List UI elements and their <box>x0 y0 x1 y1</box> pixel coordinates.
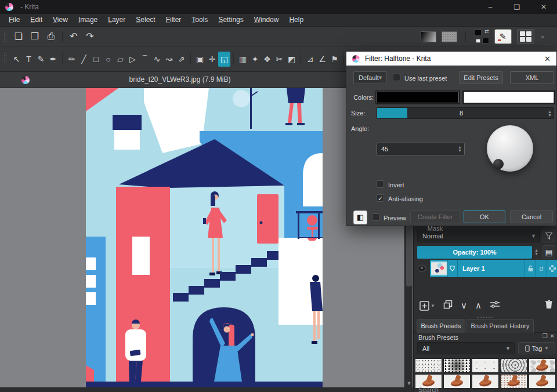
use-last-preset-checkbox[interactable] <box>393 74 400 81</box>
maximize-icon[interactable]: ❑ <box>504 0 530 14</box>
new-document-icon[interactable]: ❏ <box>10 29 27 44</box>
layer-visibility-toggle[interactable] <box>414 260 430 277</box>
text-tool[interactable]: T <box>23 52 35 67</box>
swap-colors-icon[interactable]: ⇄ <box>484 28 489 34</box>
add-layer-button[interactable]: ▼ <box>419 301 435 311</box>
foreground-color-swatch[interactable] <box>474 30 482 36</box>
tab-brush-presets[interactable]: Brush Presets <box>417 319 465 333</box>
cancel-button[interactable]: Cancel <box>510 210 553 223</box>
document-tab[interactable]: bride_t20_VLWeR3.jpg (7.9 MiB) <box>0 72 360 88</box>
ok-button[interactable]: OK <box>464 210 505 223</box>
toolbar-overflow-icon[interactable]: » <box>541 33 544 40</box>
size-spinner[interactable]: ▲▼ <box>546 108 554 119</box>
redo-icon[interactable]: ↷ <box>82 29 98 44</box>
opacity-slider[interactable]: Opacity: 100% <box>417 246 532 259</box>
dialog-close-icon[interactable]: ✕ <box>544 55 551 63</box>
preset-filter-dropdown[interactable]: All ▼ <box>417 342 515 354</box>
opacity-spinner[interactable]: ▲▼ <box>533 246 540 259</box>
multibrush-tool[interactable]: ⇗ <box>175 52 187 67</box>
preview-toggle-button[interactable]: ◧ <box>353 210 367 224</box>
angle-spinner[interactable]: ▲▼ <box>456 143 464 155</box>
bezier-curve-tool[interactable]: ⌒ <box>139 52 151 67</box>
freehand-path-tool[interactable]: ∿ <box>151 52 163 67</box>
layer-style-icon[interactable] <box>447 260 458 277</box>
size-slider[interactable]: 8 ▲▼ <box>377 107 554 119</box>
toolbox-grip[interactable] <box>3 53 7 66</box>
select-shapes-tool[interactable]: ↖ <box>10 52 23 67</box>
freehand-brush-tool[interactable]: ✏ <box>66 52 78 67</box>
brush-editor-button[interactable]: ✎ <box>494 29 512 44</box>
move-layer-down-button[interactable]: ∨ <box>461 300 467 311</box>
undo-icon[interactable]: ↶ <box>66 29 82 44</box>
edit-presets-button[interactable]: Edit Presets <box>459 71 503 84</box>
edit-shapes-tool[interactable]: ✎ <box>35 52 47 67</box>
pattern-edit-tool[interactable]: ❖ <box>261 52 273 67</box>
preview-checkbox[interactable] <box>372 213 379 221</box>
menu-layer[interactable]: Layer <box>103 14 131 26</box>
menu-edit[interactable]: Edit <box>25 14 48 26</box>
titlebar[interactable]: - Krita –❑✕ <box>0 0 557 14</box>
dialog-titlebar[interactable]: Filter: Halftone - Krita ✕ <box>346 52 556 66</box>
layer-filter-button[interactable] <box>542 230 555 242</box>
menu-file[interactable]: File <box>3 14 25 26</box>
open-document-icon[interactable]: ❒ <box>27 29 43 44</box>
assistants-tool[interactable]: ⊿ <box>304 52 316 67</box>
ellipse-tool[interactable]: ○ <box>102 52 114 67</box>
layer-list-options-button[interactable]: ▤ <box>542 245 555 259</box>
canvas-horizontal-scrollbar[interactable] <box>0 387 413 392</box>
transform-tool[interactable]: ▣ <box>194 52 206 67</box>
brush-preset-dots[interactable] <box>529 358 556 373</box>
close-icon[interactable]: ✕ <box>530 0 557 14</box>
angle-input[interactable]: 45 ▲▼ <box>377 143 465 155</box>
delete-layer-button[interactable] <box>545 300 553 311</box>
reference-images-tool[interactable]: ⚑ <box>328 52 341 67</box>
angle-dial-handle[interactable] <box>493 159 504 169</box>
scrollbar-down-icon[interactable]: ▼ <box>405 380 413 386</box>
polyline-tool[interactable]: ▷ <box>126 52 139 67</box>
preset-dropdown[interactable]: Default ▼ <box>353 71 387 84</box>
line-tool[interactable]: ╱ <box>78 52 90 67</box>
menu-image[interactable]: Image <box>73 14 103 26</box>
tab-brush-preset-history[interactable]: Brush Preset History <box>466 319 534 333</box>
layer-alpha-lock-icon[interactable]: α <box>536 260 547 277</box>
anti-aliasing-checkbox[interactable]: ✓ <box>377 194 384 202</box>
foreground-halftone-color-swatch[interactable] <box>377 92 459 103</box>
menu-tools[interactable]: Tools <box>186 14 213 26</box>
menu-settings[interactable]: Settings <box>213 14 248 26</box>
menu-view[interactable]: View <box>48 14 73 26</box>
layer-thumbnail[interactable] <box>431 262 447 275</box>
brush-preset-splatter[interactable] <box>443 358 471 373</box>
menu-select[interactable]: Select <box>131 14 160 26</box>
angle-dial[interactable] <box>487 125 533 172</box>
toolbar-grip[interactable] <box>3 30 7 43</box>
rectangle-tool[interactable]: □ <box>90 52 102 67</box>
foreground-background-colors[interactable]: ⇄ <box>474 30 489 43</box>
smart-patch-tool[interactable]: ✂ <box>273 52 285 67</box>
move-layer-up-button[interactable]: ∧ <box>475 300 482 311</box>
layer-properties-button[interactable] <box>490 300 500 311</box>
move-tool[interactable]: ✛ <box>206 52 218 67</box>
crop-tool[interactable]: ◱ <box>218 52 230 67</box>
gradient-chooser-button[interactable] <box>421 31 436 42</box>
canvas-image[interactable] <box>86 88 323 387</box>
gradient-tool[interactable]: ▥ <box>237 52 249 67</box>
fill-tool[interactable]: ◩ <box>285 52 298 67</box>
dynamic-brush-tool[interactable]: ↝ <box>163 52 175 67</box>
menu-window[interactable]: Window <box>249 14 284 26</box>
workspace-chooser-button[interactable] <box>517 29 534 44</box>
polygon-tool[interactable]: ▱ <box>114 52 126 67</box>
measure-tool[interactable]: ∠ <box>316 52 328 67</box>
background-color-swatch[interactable] <box>482 38 489 43</box>
layer-name[interactable]: Layer 1 <box>458 265 525 272</box>
calligraphy-tool[interactable]: ✒ <box>47 52 59 67</box>
tag-button[interactable]: Tag ▼ <box>518 342 555 354</box>
brush-preset-faint[interactable] <box>472 358 499 373</box>
xml-button[interactable]: XML <box>510 71 554 84</box>
color-sampler-tool[interactable]: ✦ <box>249 52 261 67</box>
layer-inherit-alpha-icon[interactable] <box>547 260 557 277</box>
minimize-icon[interactable]: – <box>477 0 504 14</box>
layer-lock-icon[interactable] <box>525 260 536 277</box>
background-halftone-color-swatch[interactable] <box>464 92 554 103</box>
close-docker-icon[interactable]: ✕ <box>550 333 555 339</box>
layer-row[interactable]: Layer 1 α <box>414 260 557 277</box>
